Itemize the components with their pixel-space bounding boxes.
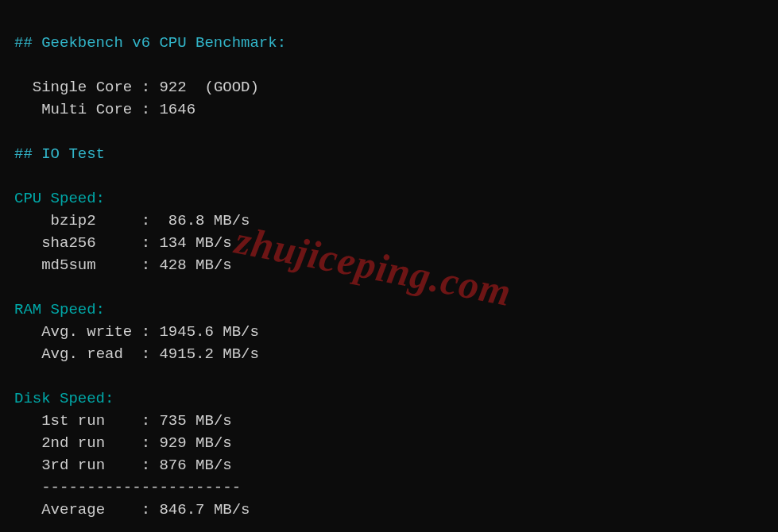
ram-row-value: 1945.6 MB/s — [159, 323, 258, 341]
disk-row-label: 3rd run — [41, 457, 105, 474]
disk-avg-label: Average — [41, 501, 105, 519]
ram-row-value: 4915.2 MB/s — [159, 345, 258, 363]
disk-speed-header: Disk Speed: — [14, 390, 114, 407]
disk-avg-value: 846.7 MB/s — [159, 501, 250, 519]
cpu-row-value: 86.8 MB/s — [168, 212, 250, 229]
disk-row-value: 929 MB/s — [159, 434, 231, 452]
single-core-label: Single Core — [33, 79, 132, 96]
disk-divider: ---------------------- — [41, 479, 241, 496]
disk-row-label: 1st run — [41, 412, 105, 430]
cpu-row-value: 134 MB/s — [159, 234, 231, 252]
multi-core-label: Multi Core — [41, 101, 132, 118]
single-core-value: 922 — [159, 79, 186, 96]
disk-row-label: 2nd run — [41, 434, 105, 452]
cpu-row-label: md5sum — [41, 256, 95, 274]
cpu-speed-header: CPU Speed: — [14, 190, 105, 207]
multi-core-value: 1646 — [159, 101, 195, 118]
disk-row-value: 735 MB/s — [159, 412, 231, 430]
cpu-row-label: bzip2 — [51, 212, 96, 229]
cpu-row-label: sha256 — [41, 234, 95, 252]
io-test-header: ## IO Test — [14, 145, 105, 163]
ram-speed-header: RAM Speed: — [14, 301, 105, 318]
disk-row-value: 876 MB/s — [159, 457, 231, 474]
geekbench-header: ## Geekbench v6 CPU Benchmark: — [14, 34, 286, 52]
ram-row-label: Avg. write — [41, 323, 132, 341]
single-core-note: (GOOD) — [204, 79, 258, 96]
ram-row-label: Avg. read — [41, 345, 123, 363]
terminal-output: ## Geekbench v6 CPU Benchmark: Single Co… — [0, 0, 778, 530]
cpu-row-value: 428 MB/s — [159, 256, 231, 274]
